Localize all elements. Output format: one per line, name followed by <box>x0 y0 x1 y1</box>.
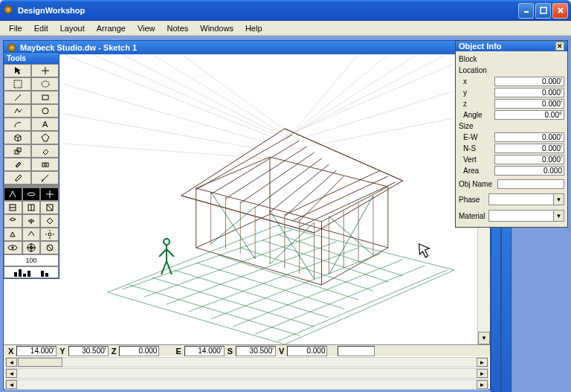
svg-rect-124 <box>45 273 48 277</box>
oi-material-label: Material <box>459 212 488 220</box>
menu-help[interactable]: Help <box>239 22 268 34</box>
menu-edit[interactable]: Edit <box>28 22 54 34</box>
chevron-down-icon: ▼ <box>553 211 564 221</box>
oi-angle-field[interactable]: 0.00° <box>494 110 564 120</box>
zoom-value[interactable]: 100 <box>4 254 59 266</box>
view-target[interactable] <box>22 241 41 254</box>
tool-arc[interactable] <box>4 118 31 131</box>
close-button[interactable] <box>552 3 568 19</box>
svg-line-77 <box>329 196 373 274</box>
tool-marquee[interactable] <box>4 77 31 91</box>
tool-eyedropper[interactable] <box>4 171 31 184</box>
tool-polyhedron[interactable] <box>31 131 59 144</box>
status-y-field[interactable]: 30.500' <box>68 346 109 356</box>
svg-line-83 <box>159 249 167 257</box>
menu-notes[interactable]: Notes <box>161 22 195 34</box>
tool-extrude[interactable] <box>4 144 31 158</box>
tool-marquee-oval[interactable] <box>31 77 59 91</box>
view-elevation[interactable] <box>22 201 41 214</box>
histogram-icon[interactable] <box>4 266 59 278</box>
view-iso-3[interactable] <box>40 214 59 228</box>
menu-file[interactable]: File <box>3 22 28 34</box>
tool-rect[interactable] <box>31 91 59 104</box>
view-plan[interactable] <box>4 201 22 214</box>
scroll-left-button[interactable]: ◄ <box>6 358 17 367</box>
scroll-right-button[interactable]: ► <box>477 369 488 378</box>
tool-camera[interactable] <box>31 158 59 171</box>
oi-ew-field[interactable]: 0.000' <box>494 132 564 142</box>
scroll-left-button[interactable]: ◄ <box>6 369 17 378</box>
view-look[interactable] <box>40 241 59 254</box>
menu-windows[interactable]: Windows <box>194 22 239 34</box>
tool-crosshair[interactable] <box>31 64 59 77</box>
status-e-field[interactable]: 14.000' <box>184 346 225 356</box>
view-section[interactable] <box>40 201 59 214</box>
scroll-down-button[interactable]: ▼ <box>478 332 490 344</box>
status-extra-field[interactable] <box>338 346 375 356</box>
oi-x-field[interactable]: 0.000' <box>494 77 564 86</box>
status-z-field[interactable]: 0.000 <box>119 346 159 356</box>
view-axon[interactable] <box>22 228 41 241</box>
view-iso-1[interactable] <box>4 214 22 228</box>
oi-objname-field[interactable] <box>497 179 564 189</box>
svg-line-27 <box>174 270 329 318</box>
tool-measure[interactable] <box>31 171 59 184</box>
svg-line-51 <box>211 141 300 194</box>
tool-pointer[interactable] <box>4 64 31 77</box>
status-s-field[interactable]: 30.500' <box>236 346 276 356</box>
svg-line-19 <box>285 114 477 151</box>
view-perspective[interactable] <box>4 228 22 241</box>
svg-line-50 <box>196 135 292 190</box>
tool-text[interactable]: A <box>31 118 59 131</box>
maximize-button[interactable] <box>535 3 551 19</box>
view-walk[interactable] <box>4 187 22 201</box>
oi-z-field[interactable]: 0.000' <box>494 99 564 109</box>
scroll-thumb[interactable] <box>18 358 62 367</box>
menu-view[interactable]: View <box>132 22 161 34</box>
svg-rect-119 <box>14 272 17 277</box>
scroll-left-button[interactable]: ◄ <box>6 380 17 389</box>
object-info-close-button[interactable]: ✕ <box>555 42 564 51</box>
viewport-3d[interactable] <box>63 54 477 344</box>
svg-line-89 <box>15 94 21 100</box>
oi-material-select[interactable]: ▼ <box>488 210 564 222</box>
menubar: File Edit Layout Arrange View Notes Wind… <box>0 21 571 36</box>
tool-polyline[interactable] <box>4 104 31 118</box>
scrollbars-bottom: ◄ ► ◄ ► ◄ ► <box>4 356 490 389</box>
status-v-field[interactable]: 0.000 <box>287 346 327 356</box>
chevron-down-icon: ▼ <box>553 194 564 205</box>
scrollbar-horizontal[interactable]: ◄ ► <box>5 379 488 390</box>
doc-icon <box>7 42 17 53</box>
oi-y-field[interactable]: 0.000' <box>494 88 564 97</box>
tool-box[interactable] <box>4 131 31 144</box>
oi-area-field[interactable]: 0.000 <box>494 166 564 176</box>
tool-line[interactable] <box>4 91 31 104</box>
scrollbar-horizontal[interactable]: ◄ ► <box>5 368 488 379</box>
minimize-button[interactable] <box>518 3 534 19</box>
scroll-right-button[interactable]: ► <box>477 358 488 367</box>
view-pan[interactable] <box>40 187 59 201</box>
view-eye[interactable] <box>4 241 22 254</box>
svg-line-15 <box>152 54 292 139</box>
view-iso-2[interactable] <box>22 214 41 228</box>
menu-arrange[interactable]: Arrange <box>91 22 132 34</box>
scroll-right-button[interactable]: ► <box>477 380 488 389</box>
svg-line-118 <box>48 245 52 250</box>
view-orbit[interactable] <box>22 187 41 201</box>
tool-circle[interactable] <box>31 104 59 118</box>
status-x-field[interactable]: 14.000' <box>16 346 57 356</box>
svg-line-82 <box>167 261 172 274</box>
view-sun[interactable] <box>40 228 59 241</box>
menu-layout[interactable]: Layout <box>54 22 91 34</box>
svg-line-26 <box>152 277 314 327</box>
tool-paint[interactable] <box>4 158 31 171</box>
svg-line-58 <box>300 182 396 227</box>
svg-point-1 <box>7 8 10 11</box>
scrollbar-horizontal[interactable]: ◄ ► <box>5 357 488 367</box>
oi-phase-select[interactable]: ▼ <box>488 193 564 205</box>
oi-vert-field[interactable]: 0.000' <box>494 155 564 164</box>
oi-ew-label: E-W <box>459 133 494 141</box>
svg-line-37 <box>211 254 381 319</box>
oi-ns-field[interactable]: 0.000' <box>494 144 564 153</box>
tool-eraser[interactable] <box>31 144 59 158</box>
